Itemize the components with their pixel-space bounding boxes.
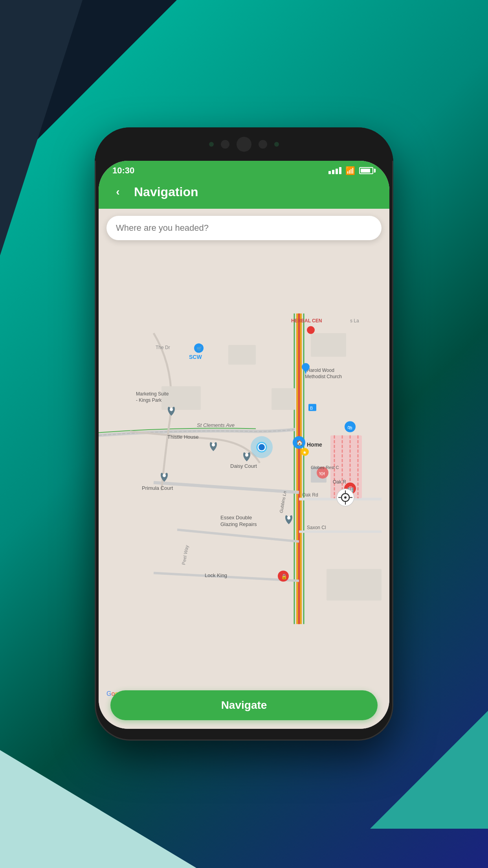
svg-text:🍽: 🍽 — [319, 471, 325, 476]
svg-text:🛍: 🛍 — [347, 425, 352, 430]
svg-point-55 — [287, 517, 290, 520]
svg-text:Primula Court: Primula Court — [142, 485, 173, 491]
svg-rect-16 — [311, 333, 346, 357]
svg-text:HERBAL CEN: HERBAL CEN — [291, 318, 322, 324]
svg-text:Home: Home — [307, 441, 322, 448]
svg-text:Oak Rd: Oak Rd — [302, 492, 318, 498]
back-chevron-icon: ‹ — [116, 186, 119, 198]
svg-text:- Kings Park: - Kings Park — [136, 397, 162, 403]
signal-bar-4 — [339, 167, 341, 174]
svg-text:🛒: 🛒 — [196, 346, 202, 351]
camera-small — [221, 140, 229, 149]
svg-text:B: B — [310, 406, 313, 410]
led-indicator — [209, 142, 214, 147]
svg-text:🔒: 🔒 — [281, 573, 288, 580]
camera-small-2 — [259, 140, 267, 149]
svg-text:Saxon Cl: Saxon Cl — [307, 525, 326, 530]
svg-text:Harold Wood: Harold Wood — [307, 368, 334, 373]
navigation-header: ‹ Navigation — [99, 179, 389, 209]
svg-point-40 — [170, 408, 173, 411]
map-container[interactable]: Peel Way St Clements Ave Gubbins Ln Saxo… — [99, 209, 389, 729]
svg-text:Daisy Court: Daisy Court — [230, 463, 257, 469]
svg-text:★: ★ — [303, 450, 307, 455]
svg-point-48 — [163, 474, 166, 477]
svg-text:Methodist Church: Methodist Church — [305, 374, 342, 379]
svg-text:Lock King: Lock King — [205, 572, 227, 578]
status-bar: 10:30 📶 — [99, 161, 389, 179]
svg-rect-17 — [272, 388, 295, 410]
led-indicator-2 — [274, 142, 279, 147]
signal-bar-2 — [332, 170, 334, 174]
svg-point-45 — [259, 444, 265, 451]
svg-point-42 — [212, 443, 215, 447]
svg-text:Thistle House: Thistle House — [167, 434, 198, 440]
navigate-button[interactable]: Navigate — [110, 690, 378, 720]
wifi-icon: 📶 — [345, 166, 355, 175]
svg-point-76 — [307, 326, 315, 334]
svg-text:Glazing Repairs: Glazing Repairs — [220, 521, 257, 527]
svg-text:Oak R: Oak R — [333, 479, 346, 485]
svg-text:🏠: 🏠 — [296, 440, 303, 446]
search-input[interactable] — [106, 216, 382, 240]
svg-point-71 — [344, 497, 347, 499]
search-bar — [106, 216, 382, 240]
page-title: Navigation — [134, 185, 198, 199]
phone-screen: 10:30 📶 ‹ — [99, 161, 389, 729]
svg-rect-19 — [161, 386, 201, 410]
notch-bar — [95, 127, 393, 161]
svg-text:SCW: SCW — [189, 354, 202, 360]
svg-text:Globes Rest C: Globes Rest C — [311, 465, 339, 470]
signal-bars — [328, 167, 341, 174]
signal-bar-3 — [336, 169, 338, 174]
svg-point-46 — [245, 454, 248, 457]
svg-text:Marketing Suite: Marketing Suite — [136, 391, 169, 397]
map-svg: Peel Way St Clements Ave Gubbins Ln Saxo… — [99, 209, 389, 729]
status-time: 10:30 — [112, 166, 134, 176]
svg-rect-18 — [228, 345, 256, 365]
svg-text:s La: s La — [350, 318, 359, 324]
phone-frame: 10:30 📶 ‹ — [95, 127, 393, 741]
camera-main — [237, 137, 251, 152]
svg-text:St Clements Ave: St Clements Ave — [197, 422, 235, 428]
svg-text:Essex Double: Essex Double — [220, 515, 252, 520]
status-icons: 📶 — [328, 166, 376, 175]
battery-icon — [359, 167, 376, 174]
signal-bar-1 — [328, 171, 331, 174]
svg-rect-20 — [327, 569, 382, 601]
back-button[interactable]: ‹ — [110, 184, 126, 200]
svg-text:The Dr: The Dr — [156, 345, 170, 350]
